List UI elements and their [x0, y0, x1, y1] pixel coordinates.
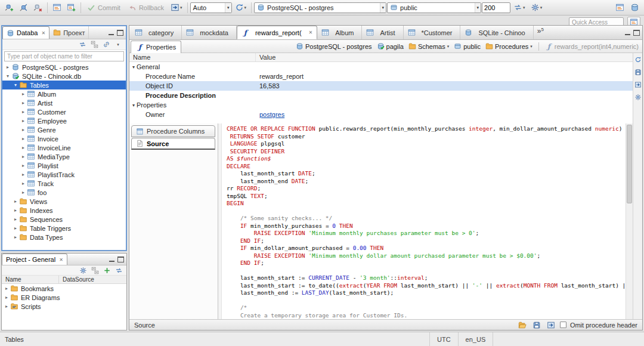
column-datasource[interactable]: DataSource	[59, 276, 94, 283]
tree-item-playlist[interactable]: ▸Playlist	[2, 161, 126, 170]
expander-expanded-icon[interactable]: ▾	[132, 103, 135, 108]
expander-collapsed-icon[interactable]: ▸	[20, 91, 27, 97]
editor-tab-rewards-report[interactable]: ƒrewards_report(✕	[237, 26, 317, 39]
expander-collapsed-icon[interactable]: ▸	[20, 118, 27, 123]
new-connection-icon[interactable]	[2, 1, 16, 14]
sync-icon[interactable]	[77, 40, 88, 50]
expander-collapsed-icon[interactable]: ▸	[20, 100, 27, 106]
tree-item-data-types[interactable]: ▸Data Types	[2, 233, 126, 242]
commit-button[interactable]: Commit	[83, 1, 124, 14]
breadcrumb-postgresql-postgres[interactable]: PostgreSQL - postgres	[296, 42, 371, 50]
chevron-down-icon[interactable]: ▾	[225, 3, 231, 13]
expander-collapsed-icon[interactable]: ▸	[12, 225, 19, 231]
tab-database-navigator[interactable]: Databa ✕	[2, 26, 49, 39]
tree-item-sqlite-chinook-db[interactable]: ▾SQLite - Chinook.db	[2, 72, 126, 81]
maximize-icon[interactable]	[117, 257, 124, 262]
expander-collapsed-icon[interactable]: ▸	[20, 154, 27, 159]
timezone-indicator[interactable]: UTC	[429, 332, 458, 346]
section-tab-source[interactable]: Source	[131, 138, 215, 150]
maximize-icon[interactable]	[117, 30, 123, 36]
expander-collapsed-icon[interactable]: ▸	[12, 234, 19, 240]
locale-indicator[interactable]: en_US	[458, 332, 494, 346]
project-item-er-diagrams[interactable]: ▸ER Diagrams	[2, 293, 126, 302]
chevron-down-icon[interactable]: ▾	[530, 44, 532, 48]
expander-collapsed-icon[interactable]: ▸	[20, 181, 27, 186]
tree-item-sequences[interactable]: ▸Sequences	[2, 215, 126, 224]
commit-mode-combo[interactable]: Auto▾	[190, 2, 232, 13]
minimize-icon[interactable]	[108, 30, 114, 36]
breadcrumb-pagila[interactable]: pagila	[377, 42, 404, 50]
omit-procedure-header-checkbox[interactable]	[560, 322, 566, 328]
save-icon[interactable]	[633, 67, 643, 77]
tab-project-general[interactable]: Project - General ✕	[2, 254, 67, 265]
column-name[interactable]: Name	[129, 53, 256, 61]
grid-row-owner[interactable]: Ownerpostgres	[129, 110, 633, 119]
sql-editor-icon[interactable]	[50, 1, 64, 14]
connect-icon[interactable]	[17, 1, 30, 14]
project-item-scripts[interactable]: ▸Scripts	[2, 302, 126, 311]
transaction-log-button[interactable]: ▾	[168, 1, 185, 14]
fetch-size-input[interactable]	[482, 2, 510, 13]
tree-item-mediatype[interactable]: ▸MediaType	[2, 152, 126, 161]
collapse-all-icon[interactable]	[89, 265, 100, 275]
sync-icon[interactable]	[113, 265, 124, 275]
export-icon[interactable]	[633, 80, 643, 89]
connection-combo[interactable]: PostgreSQL - postgres▾	[254, 2, 386, 13]
expander-collapsed-icon[interactable]: ▸	[20, 127, 27, 132]
tree-item-customer[interactable]: ▸Customer	[2, 107, 126, 116]
schema-combo[interactable]: public▾	[387, 2, 481, 13]
breadcrumb-public[interactable]: public	[454, 42, 481, 50]
gear-icon[interactable]	[78, 265, 88, 275]
section-tab-procedure-columns[interactable]: Procedure Columns	[131, 125, 215, 137]
expander-collapsed-icon[interactable]: ▸	[20, 190, 27, 195]
tree-item-artist[interactable]: ▸Artist	[2, 98, 126, 107]
tree-item-track[interactable]: ▸Track	[2, 179, 126, 188]
database-tasks-icon[interactable]	[628, 1, 642, 14]
refresh-icon[interactable]	[633, 55, 643, 64]
expander-collapsed-icon[interactable]: ▸	[12, 208, 19, 213]
tree-item-invoice[interactable]: ▸Invoice	[2, 134, 126, 143]
expander-collapsed-icon[interactable]: ▸	[20, 163, 27, 168]
data-transfer-button[interactable]: ▾	[511, 1, 528, 14]
grid-group-general[interactable]: ▾General	[129, 62, 633, 72]
rollback-button[interactable]: Rollback	[125, 1, 168, 14]
editor-tab-category[interactable]: category	[131, 26, 182, 39]
tree-item-album[interactable]: ▸Album	[2, 89, 126, 98]
tree-item-foo[interactable]: ▸foo	[2, 188, 126, 197]
owner-link[interactable]: postgres	[259, 111, 284, 118]
breadcrumb-rewards-report-int4-numeric[interactable]: ƒrewards_report(int4,numeric)	[545, 42, 639, 50]
minimize-icon[interactable]	[624, 30, 631, 36]
editor-tab-customer[interactable]: *Customer	[404, 26, 461, 39]
close-icon[interactable]: ✕	[41, 30, 45, 36]
tab-properties[interactable]: ƒ Properties	[131, 41, 181, 53]
tools-button[interactable]: ▾	[528, 1, 545, 14]
tree-item-employee[interactable]: ▸Employee	[2, 116, 126, 125]
editor-tab-artist[interactable]: Artist	[362, 26, 403, 39]
expander-expanded-icon[interactable]: ▾	[4, 73, 11, 79]
grid-row-procedure-name[interactable]: Procedure Namerewards_report	[129, 72, 633, 81]
folder-open-icon[interactable]	[517, 320, 528, 330]
tree-item-table-triggers[interactable]: ▸Table Triggers	[2, 224, 126, 233]
expander-collapsed-icon[interactable]: ▸	[3, 304, 10, 309]
tab-projects[interactable]: Проект	[49, 26, 89, 39]
chevron-down-icon[interactable]: ▾	[447, 44, 450, 48]
export-icon[interactable]	[546, 320, 556, 330]
expander-collapsed-icon[interactable]: ▸	[12, 199, 19, 204]
grid-row-procedure-description[interactable]: Procedure Description	[129, 91, 633, 100]
tree-item-genre[interactable]: ▸Genre	[2, 125, 126, 134]
show-view-icon[interactable]	[613, 1, 627, 14]
close-icon[interactable]: ✕	[309, 30, 313, 35]
tree-item-invoiceline[interactable]: ▸InvoiceLine	[2, 143, 126, 152]
chevron-down-icon[interactable]: ▾	[475, 3, 481, 13]
editor-tab-album[interactable]: Album	[317, 26, 362, 39]
expander-collapsed-icon[interactable]: ▸	[3, 286, 10, 291]
project-item-bookmarks[interactable]: ▸Bookmarks	[2, 284, 126, 293]
maximize-icon[interactable]	[633, 30, 640, 36]
expander-collapsed-icon[interactable]: ▸	[20, 136, 27, 141]
close-icon[interactable]: ✕	[59, 257, 63, 262]
expander-collapsed-icon[interactable]: ▸	[20, 109, 27, 115]
source-code[interactable]: CREATE OR REPLACE FUNCTION public.reward…	[227, 125, 626, 319]
expander-collapsed-icon[interactable]: ▸	[12, 217, 19, 222]
grid-group-properties[interactable]: ▾Properties	[129, 100, 633, 110]
view-menu-icon[interactable]: ▾	[113, 40, 123, 50]
